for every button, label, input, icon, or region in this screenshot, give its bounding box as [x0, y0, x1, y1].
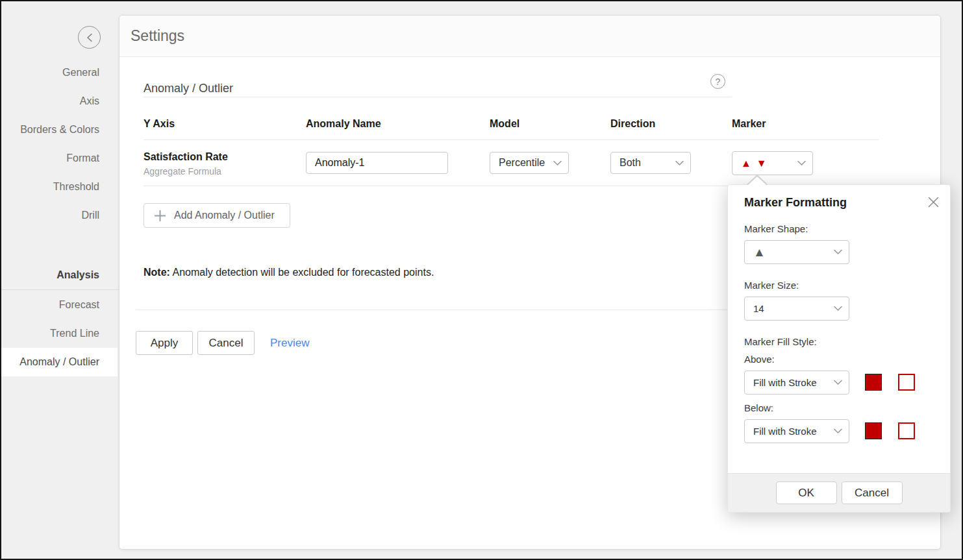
- sidebar-item-general[interactable]: General: [1, 58, 118, 87]
- column-header-anomaly-name: Anomaly Name: [306, 118, 381, 130]
- below-stroke-color-swatch[interactable]: [898, 422, 915, 439]
- chevron-down-icon: [834, 380, 842, 385]
- below-label: Below:: [744, 402, 773, 413]
- panel-header: Settings: [119, 16, 940, 57]
- popup-footer: OK Cancel: [728, 473, 950, 512]
- settings-sidebar: General Axis Borders & Colors Format Thr…: [1, 1, 118, 559]
- column-header-marker: Marker: [732, 118, 766, 130]
- preview-link[interactable]: Preview: [270, 331, 309, 355]
- marker-shape-select[interactable]: ▲: [744, 240, 849, 264]
- cancel-button[interactable]: Cancel: [197, 331, 255, 355]
- marker-down-icon: ▼: [757, 158, 767, 169]
- back-button[interactable]: [78, 26, 101, 49]
- sidebar-item-format[interactable]: Format: [1, 144, 118, 173]
- note-body: Anomaly detection will be excluded for f…: [172, 267, 434, 278]
- chevron-down-icon: [675, 160, 684, 166]
- plus-icon: [154, 210, 166, 222]
- model-select[interactable]: Percentile: [490, 152, 569, 174]
- marker-fill-style-label: Marker Fill Style:: [744, 336, 817, 347]
- above-fill-color-swatch[interactable]: [865, 374, 882, 391]
- sidebar-item-axis[interactable]: Axis: [1, 87, 118, 116]
- marker-size-value: 14: [753, 303, 764, 314]
- sidebar-item-anomaly-outlier[interactable]: Anomaly / Outlier: [1, 348, 118, 376]
- popup-cancel-button[interactable]: Cancel: [842, 481, 903, 504]
- y-axis-value: Satisfaction Rate: [144, 151, 228, 163]
- direction-select-value: Both: [619, 157, 641, 169]
- above-stroke-color-swatch[interactable]: [898, 374, 915, 391]
- marker-select[interactable]: ▲ ▼: [732, 151, 813, 175]
- add-anomaly-label: Add Anomaly / Outlier: [174, 210, 275, 221]
- sidebar-item-drill[interactable]: Drill: [1, 201, 118, 230]
- direction-select[interactable]: Both: [610, 152, 691, 174]
- triangle-shape-icon: ▲: [753, 246, 766, 258]
- column-header-y-axis: Y Axis: [144, 118, 175, 130]
- section-title-divider: [144, 97, 732, 97]
- marker-shape-label: Marker Shape:: [744, 223, 808, 234]
- sidebar-item-trend-line[interactable]: Trend Line: [1, 319, 118, 348]
- close-x-icon: [928, 197, 939, 208]
- popup-title: Marker Formatting: [744, 196, 847, 210]
- sidebar-section-analysis: Analysis: [1, 261, 118, 289]
- chevron-down-icon: [834, 249, 842, 255]
- marker-up-icon: ▲: [741, 158, 751, 169]
- below-fill-color-swatch[interactable]: [865, 422, 882, 439]
- sidebar-item-forecast[interactable]: Forecast: [1, 291, 118, 319]
- marker-select-value: ▲ ▼: [741, 158, 767, 169]
- below-fill-style-select[interactable]: Fill with Stroke: [744, 419, 849, 443]
- column-header-model: Model: [490, 118, 519, 130]
- section-title: Anomaly / Outlier: [144, 82, 233, 95]
- sidebar-item-borders-colors[interactable]: Borders & Colors: [1, 116, 118, 144]
- close-icon[interactable]: [927, 195, 940, 208]
- below-fill-style-value: Fill with Stroke: [753, 426, 817, 437]
- add-anomaly-button[interactable]: Add Anomaly / Outlier: [144, 203, 290, 228]
- chevron-left-icon: [86, 33, 93, 42]
- marker-formatting-popup: Marker Formatting Marker Shape: ▲ Marker…: [727, 184, 951, 513]
- chevron-down-icon: [553, 160, 562, 166]
- anomaly-name-input[interactable]: [306, 152, 448, 174]
- sidebar-divider: [1, 289, 119, 290]
- above-fill-style-value: Fill with Stroke: [753, 377, 817, 388]
- chevron-down-icon: [797, 160, 806, 166]
- note-text: Note: Anomaly detection will be excluded…: [144, 267, 434, 278]
- help-icon[interactable]: ?: [710, 74, 725, 89]
- above-label: Above:: [744, 354, 775, 365]
- y-axis-subtitle: Aggregate Formula: [144, 166, 221, 177]
- above-fill-style-select[interactable]: Fill with Stroke: [744, 371, 849, 395]
- chevron-down-icon: [834, 428, 842, 434]
- note-label: Note:: [144, 267, 170, 278]
- column-header-direction: Direction: [610, 118, 655, 130]
- page-title: Settings: [131, 27, 184, 45]
- popup-ok-button[interactable]: OK: [776, 481, 837, 504]
- marker-size-label: Marker Size:: [744, 280, 799, 291]
- sidebar-item-threshold[interactable]: Threshold: [1, 173, 118, 201]
- app-window: General Axis Borders & Colors Format Thr…: [0, 0, 963, 560]
- popup-caret-inner: [747, 177, 767, 186]
- chevron-down-icon: [834, 306, 842, 311]
- apply-button[interactable]: Apply: [136, 331, 193, 355]
- model-select-value: Percentile: [499, 157, 545, 169]
- table-header-divider: [144, 140, 879, 140]
- marker-size-select[interactable]: 14: [744, 297, 849, 321]
